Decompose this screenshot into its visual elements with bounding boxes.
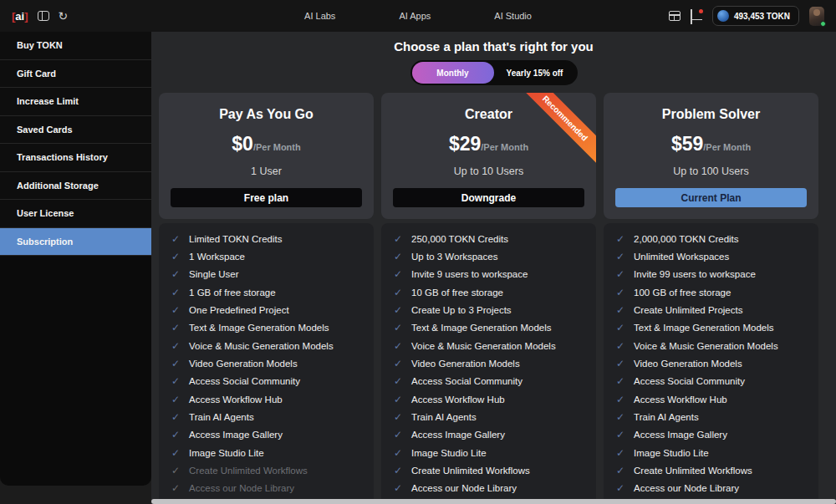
feature-row: ✓ Access our Node Library — [394, 480, 584, 497]
nav-ai-labs[interactable]: AI Labs — [304, 11, 335, 21]
plan-card-problem-solver: Problem Solver $59 /Per Month Up to 100 … — [604, 93, 818, 504]
checkmark-icon: ✓ — [616, 447, 624, 459]
sidebar-menu: Buy TOKN Gift Card Increase Limit Saved … — [0, 32, 151, 486]
sidebar-item-label: Gift Card — [17, 69, 56, 79]
sidebar-item-increase-limit[interactable]: Increase Limit — [0, 88, 151, 116]
checkmark-icon: ✓ — [171, 411, 180, 423]
feature-row: ✓ 1 GB of free storage — [171, 283, 361, 301]
sidebar-item-user-license[interactable]: User License — [0, 200, 151, 228]
page-title: Choose a plan that's right for you — [151, 39, 836, 53]
current-plan-button[interactable]: Current Plan — [615, 188, 807, 207]
feature-label: Video Generation Models — [189, 359, 298, 369]
main-nav: AI Labs AI Apps AI Studio — [304, 0, 532, 32]
bell-shape — [691, 9, 692, 24]
logo-letters: ai — [15, 10, 24, 23]
feature-label: Create Unlimited Workflows — [634, 466, 752, 476]
sidebar-item-label: Subscription — [17, 237, 73, 247]
feature-label: Access our Node Library — [189, 483, 294, 493]
sidebar-item-label: Buy TOKN — [17, 40, 63, 50]
plan-cards: Pay As You Go $0 /Per Month 1 User Free … — [159, 93, 818, 504]
feature-row: ✓ Image Studio Lite — [616, 444, 806, 461]
sidebar-item-subscription[interactable]: Subscription — [0, 228, 151, 257]
checkmark-icon: ✓ — [616, 358, 624, 369]
sidebar-item-label: Additional Storage — [17, 181, 99, 191]
feature-label: Access our Node Library — [411, 483, 517, 493]
checkmark-icon: ✓ — [394, 394, 402, 405]
apps-grid-icon[interactable] — [669, 11, 681, 21]
feature-row: ✓ Video Generation Models — [616, 354, 806, 372]
feature-row: ✓ One Predefined Project — [171, 301, 361, 318]
user-avatar[interactable] — [809, 7, 824, 26]
sidebar-item-gift-card[interactable]: Gift Card — [0, 60, 151, 89]
topbar-left: [ai] ↻ — [12, 10, 68, 23]
sidebar-item-buy-tokn[interactable]: Buy TOKN — [0, 32, 151, 60]
feature-label: Access Social Community — [634, 376, 745, 386]
sidebar-item-saved-cards[interactable]: Saved Cards — [0, 116, 151, 145]
sidebar-item-label: User License — [17, 208, 74, 218]
plan-price-row: $0 /Per Month — [171, 133, 362, 155]
checkmark-icon: ✓ — [616, 287, 624, 298]
feature-row: ✓ 2,000,000 TOKN Credits — [616, 230, 806, 247]
feature-row: ✓ 250,000 TOKN Credits — [394, 230, 584, 247]
feature-label: One Predefined Project — [189, 305, 289, 315]
checkmark-icon: ✓ — [616, 482, 624, 494]
sidebar-toggle-icon[interactable] — [38, 11, 49, 21]
notifications-bell-icon[interactable] — [691, 10, 702, 23]
checkmark-icon: ✓ — [394, 340, 402, 352]
plan-name: Pay As You Go — [171, 107, 362, 122]
toggle-yearly[interactable]: Yearly 15% off — [494, 62, 576, 84]
nav-ai-apps[interactable]: AI Apps — [399, 11, 431, 21]
feature-label: 2,000,000 TOKN Credits — [634, 234, 739, 244]
checkmark-icon: ✓ — [394, 465, 402, 476]
checkmark-icon: ✓ — [171, 375, 180, 387]
plan-price: $29 — [449, 133, 481, 155]
free-plan-button[interactable]: Free plan — [171, 188, 362, 207]
feature-label: Access our Node Library — [634, 483, 739, 493]
token-coin-icon — [717, 10, 729, 22]
plan-feature-list: ✓ Limited TOKN Credits ✓ 1 Workspace ✓ S… — [159, 223, 374, 504]
feature-label: 1 GB of free storage — [189, 288, 276, 298]
feature-label: Access Image Gallery — [189, 430, 283, 440]
notification-dot — [699, 9, 703, 13]
feature-label: Image Studio Lite — [411, 448, 487, 458]
checkmark-icon: ✓ — [171, 394, 180, 405]
top-bar: [ai] ↻ AI Labs AI Apps AI Studio 493,453… — [0, 0, 836, 32]
app-logo[interactable]: [ai] — [12, 10, 28, 23]
feature-row: ✓ Image Studio Lite — [171, 444, 361, 461]
downgrade-button[interactable]: Downgrade — [393, 188, 584, 207]
feature-label: 250,000 TOKN Credits — [411, 234, 508, 244]
feature-label: Single User — [189, 269, 238, 279]
refresh-icon[interactable]: ↻ — [59, 10, 69, 22]
sidebar-item-label: Transactions History — [17, 152, 108, 162]
token-balance-pill[interactable]: 493,453 TOKN — [712, 6, 799, 26]
feature-label: Up to 3 Workspaces — [411, 252, 497, 262]
token-balance: 493,453 TOKN — [734, 12, 790, 21]
feature-label: Create Up to 3 Projects — [411, 305, 512, 315]
toggle-monthly[interactable]: Monthly — [412, 62, 494, 84]
feature-label: Video Generation Models — [634, 359, 742, 369]
checkmark-icon: ✓ — [616, 233, 624, 245]
page-layout: Buy TOKN Gift Card Increase Limit Saved … — [0, 32, 836, 504]
feature-row: ✓ Access Workflow Hub — [616, 390, 806, 408]
plan-users: Up to 10 Users — [393, 165, 584, 177]
nav-ai-studio[interactable]: AI Studio — [494, 11, 532, 21]
feature-row: ✓ 10 GB of free storage — [394, 283, 584, 301]
feature-row: ✓ Access Image Gallery — [616, 426, 806, 444]
plan-header: Recommended Creator $29 /Per Month Up to… — [381, 93, 596, 219]
feature-row: ✓ Invite 99 users to workspace — [616, 266, 806, 283]
feature-row: ✓ Video Generation Models — [394, 354, 584, 372]
feature-label: Text & Image Generation Models — [411, 323, 551, 333]
horizontal-scrollbar[interactable] — [151, 499, 836, 504]
checkmark-icon: ✓ — [171, 358, 180, 369]
logo-bracket-right: ] — [24, 10, 28, 23]
sidebar-item-transactions-history[interactable]: Transactions History — [0, 144, 151, 172]
plan-feature-list: ✓ 2,000,000 TOKN Credits ✓ Unlimited Wor… — [604, 223, 818, 504]
feature-row: ✓ Voice & Music Generation Models — [394, 337, 584, 354]
topbar-right: 493,453 TOKN — [669, 6, 824, 26]
sidebar-item-additional-storage[interactable]: Additional Storage — [0, 172, 151, 201]
plan-card-creator: Recommended Creator $29 /Per Month Up to… — [381, 93, 596, 504]
plan-price: $59 — [671, 133, 703, 155]
billing-period-toggle: Monthly Yearly 15% off — [410, 60, 578, 85]
feature-label: Create Unlimited Workflows — [189, 466, 308, 476]
checkmark-icon: ✓ — [171, 251, 180, 262]
